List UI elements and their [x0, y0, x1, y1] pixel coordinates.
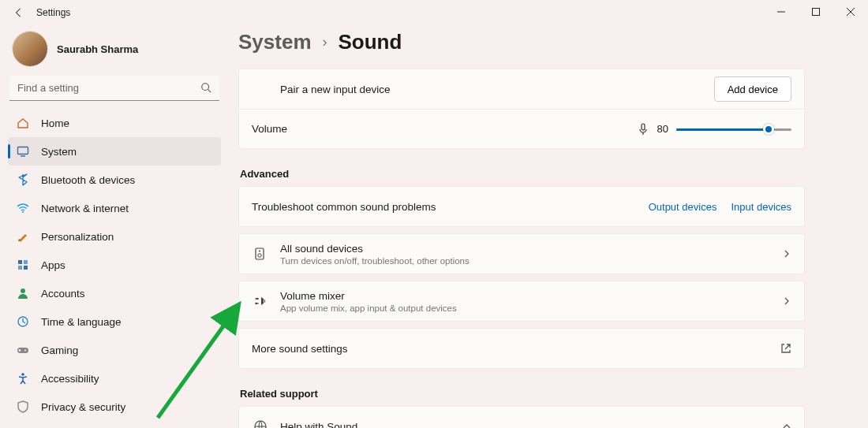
add-device-button[interactable]: Add device — [714, 76, 791, 102]
mixer-icon — [252, 294, 269, 308]
svg-rect-7 — [24, 266, 28, 270]
row-label: Troubleshoot common sound problems — [252, 201, 638, 213]
person-icon — [16, 286, 30, 300]
maximize-button[interactable] — [799, 0, 833, 24]
gamepad-icon — [16, 343, 30, 357]
row-label: More sound settings — [252, 343, 769, 355]
globe-clock-icon — [16, 314, 30, 329]
svg-point-15 — [258, 254, 261, 257]
svg-rect-6 — [18, 266, 22, 270]
sidebar-item-label: Bluetooth & devices — [41, 174, 135, 186]
svg-point-8 — [21, 288, 25, 293]
bluetooth-icon — [16, 173, 30, 187]
volume-mixer-row[interactable]: Volume mixer App volume mix, app input &… — [239, 281, 804, 321]
help-with-sound-row[interactable]: Help with Sound — [239, 407, 804, 428]
all-sound-devices-row[interactable]: All sound devices Turn devices on/off, t… — [239, 234, 804, 274]
output-devices-link[interactable]: Output devices — [649, 201, 717, 213]
section-related: Related support — [240, 388, 805, 400]
profile-name: Saurabh Sharma — [57, 43, 138, 55]
sidebar-item-privacy[interactable]: Privacy & security — [8, 393, 221, 421]
sidebar-item-accessibility[interactable]: Accessibility — [8, 364, 221, 393]
breadcrumb-parent[interactable]: System — [238, 30, 312, 54]
sidebar-item-label: Accessibility — [41, 373, 99, 385]
sidebar-item-apps[interactable]: Apps — [8, 251, 221, 279]
svg-point-18 — [256, 303, 258, 305]
sidebar-item-update[interactable]: Windows Update — [8, 421, 221, 428]
search-input[interactable] — [9, 76, 219, 101]
wifi-icon — [16, 201, 30, 215]
section-advanced: Advanced — [240, 168, 805, 180]
chevron-right-icon — [782, 296, 791, 306]
svg-rect-5 — [24, 260, 28, 264]
sidebar-item-bluetooth[interactable]: Bluetooth & devices — [8, 166, 221, 194]
profile-block[interactable]: Saurabh Sharma — [8, 30, 221, 74]
svg-point-17 — [256, 298, 259, 300]
svg-rect-0 — [813, 9, 820, 16]
pair-input-device-row[interactable]: Pair a new input device Add device — [239, 69, 804, 109]
window-title: Settings — [36, 7, 70, 18]
svg-point-12 — [21, 373, 24, 376]
svg-point-1 — [202, 84, 209, 91]
volume-value: 80 — [657, 123, 668, 135]
microphone-icon[interactable] — [637, 123, 649, 136]
svg-point-19 — [255, 421, 266, 428]
brush-icon — [16, 229, 30, 244]
apps-icon — [16, 258, 30, 272]
sidebar-item-label: Home — [41, 117, 69, 129]
speaker-list-icon — [252, 247, 269, 261]
row-sublabel: Turn devices on/off, troubleshoot, other… — [280, 256, 771, 266]
volume-slider[interactable] — [676, 122, 791, 136]
troubleshoot-row: Troubleshoot common sound problems Outpu… — [239, 187, 804, 226]
sidebar-item-label: Privacy & security — [41, 401, 125, 413]
svg-point-3 — [22, 211, 24, 213]
page-title: Sound — [339, 30, 402, 54]
row-label: Volume mixer — [280, 290, 771, 302]
sidebar-item-label: Personalization — [41, 231, 114, 243]
sidebar-item-network[interactable]: Network & internet — [8, 194, 221, 222]
sidebar-item-home[interactable]: Home — [8, 109, 221, 137]
breadcrumb: System › Sound — [238, 30, 805, 54]
back-button[interactable] — [9, 3, 28, 22]
sidebar-item-system[interactable]: System — [8, 137, 221, 166]
svg-point-16 — [259, 251, 260, 252]
input-volume-row: Volume 80 — [239, 109, 804, 148]
sidebar-item-accounts[interactable]: Accounts — [8, 279, 221, 307]
sidebar-item-gaming[interactable]: Gaming — [8, 336, 221, 364]
svg-rect-4 — [18, 260, 22, 264]
svg-rect-2 — [18, 147, 28, 154]
help-globe-icon — [252, 419, 269, 428]
chevron-right-icon — [782, 249, 791, 259]
chevron-right-icon: › — [323, 34, 327, 50]
search-icon — [200, 82, 211, 93]
svg-rect-13 — [642, 124, 645, 130]
sidebar-item-label: Apps — [41, 259, 65, 271]
row-label: Volume — [252, 123, 287, 135]
sidebar-item-personalization[interactable]: Personalization — [8, 222, 221, 251]
minimize-button[interactable] — [764, 0, 799, 24]
sidebar-item-label: Accounts — [41, 288, 85, 300]
sidebar-item-label: System — [41, 146, 77, 158]
row-sublabel: App volume mix, app input & output devic… — [280, 303, 771, 313]
input-devices-link[interactable]: Input devices — [731, 201, 791, 213]
shield-icon — [16, 400, 30, 414]
row-label: All sound devices — [280, 243, 771, 255]
avatar — [13, 32, 47, 66]
close-button[interactable] — [833, 0, 868, 24]
svg-point-11 — [24, 350, 26, 352]
sidebar-item-label: Time & language — [41, 316, 122, 328]
row-label: Pair a new input device — [280, 84, 703, 95]
open-external-icon — [780, 343, 791, 354]
sidebar-item-time[interactable]: Time & language — [8, 307, 221, 336]
accessibility-icon — [16, 371, 30, 385]
home-icon — [16, 116, 30, 130]
row-label: Help with Sound — [280, 421, 771, 429]
system-icon — [16, 144, 30, 158]
sidebar-item-label: Gaming — [41, 344, 78, 356]
chevron-up-icon — [782, 422, 791, 428]
search-box[interactable] — [9, 76, 219, 101]
more-sound-settings-row[interactable]: More sound settings — [239, 329, 804, 368]
sidebar-item-label: Network & internet — [41, 203, 129, 214]
